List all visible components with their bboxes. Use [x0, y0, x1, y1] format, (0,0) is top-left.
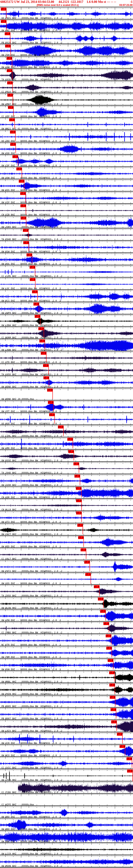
pick-flag[interactable]: xT 4	[49, 413, 55, 416]
pick-flag[interactable]: xT 4	[34, 303, 39, 306]
trace-row-12[interactable]: xT 4 UW OSD EHZ -- 99999.0km BW HIGHPASS…	[0, 142, 133, 154]
trace-row-29[interactable]: xT 4 CC STD BHZ -- 99999.0km BW HIGHPASS…	[0, 351, 133, 363]
trace-row-39[interactable]: xT 4 UW SVOH EHZ -- 99999.0km BW HIGHPAS…	[0, 474, 133, 486]
pick-flag[interactable]: xT 4	[20, 192, 26, 195]
pick-flag[interactable]: xT 4	[106, 634, 111, 638]
pick-flag[interactable]: xT 4	[74, 462, 79, 465]
trace-row-46[interactable]: xT 4 UW PAT2 EHZ -- 99999.0km BW HIGHPAS…	[0, 560, 133, 572]
pick-flag[interactable]: xT 4	[85, 573, 91, 576]
trace-row-40[interactable]: xT 4 CN GDR EHZ -- 99999.0km BW HIGHPASS…	[0, 486, 133, 498]
pick-flag[interactable]: xT 4	[30, 278, 35, 281]
pick-flag[interactable]: xT 4	[7, 94, 13, 97]
pick-flag[interactable]: xT 4	[78, 536, 84, 539]
pick-flag[interactable]: xT 4	[109, 671, 115, 674]
pick-flag[interactable]: xT 4	[110, 696, 115, 699]
trace-row-15[interactable]: xT 4 UW KOS EHZ -- 99999.0km BW HIGHPASS…	[0, 179, 133, 191]
trace-row-30[interactable]: xT 4 TA G05D BHZ -- 99999.0km BW HIGHPAS…	[0, 363, 133, 375]
trace-row-4[interactable]: xT 4 UW TDH EHZ -- 99999.0km BW HIGHPASS…	[0, 43, 133, 56]
trace-row-56[interactable]: xT 4 UW PHIN HHZ -- 99999.0km BW HIGHPAS…	[0, 683, 133, 695]
trace-row-66[interactable]: UW BRO EHZ -- 99999.0km BW HIGHPASS 2.0 …	[0, 806, 133, 818]
pick-flag[interactable]: xT 4	[76, 499, 82, 502]
pick-flag[interactable]: xT 4	[111, 720, 117, 723]
pick-flag[interactable]: xT 4	[75, 474, 80, 477]
pick-flag[interactable]: xT 4	[100, 610, 106, 613]
trace-row-64[interactable]: CC TCBU BHZ -- 99999.0km BW HIGHPASS 2.0…	[0, 781, 133, 793]
trace-row-6[interactable]: xT 4 TA G03D BHZ -- 99999.0km BW HIGHPAS…	[0, 68, 133, 81]
trace-row-70[interactable]: UW MOON EHZ -- 99999.0km BW HIGHPASS 2.0…	[0, 855, 133, 867]
trace-row-62[interactable]: xT 4 CC SVIC EHZ -- 99999.0km BW HIGHPAS…	[0, 756, 133, 769]
trace-row-44[interactable]: xT 4 UW RED EHZ -- 99999.0km BW HIGHPASS…	[0, 535, 133, 548]
pick-flag[interactable]: xT 4	[68, 450, 74, 453]
pick-flag[interactable]: xT 4	[84, 561, 90, 564]
trace-row-34[interactable]: xT 4 UO HUO EHZ -- 99999.0km BW HIGHPASS…	[0, 412, 133, 425]
pick-flag[interactable]: xT 4	[103, 622, 109, 625]
trace-row-55[interactable]: xT 4 UW MRBL HHZ -- 99999.0km BW HIGHPAS…	[0, 670, 133, 683]
trace-row-23[interactable]: xT 4 UW LOC EHZ -- 99999.0km BW HIGHPASS…	[0, 277, 133, 289]
pick-flag[interactable]: xT 4	[12, 155, 18, 158]
trace-row-22[interactable]: xT 4 CC CLMS EHZ -- 99999.0km BW HIGHPAS…	[0, 265, 133, 277]
pick-flag[interactable]: xT 4	[10, 143, 16, 146]
pick-flag[interactable]: xT 4	[98, 597, 103, 600]
pick-flag[interactable]: xT 4	[76, 487, 81, 490]
trace-row-19[interactable]: xT 4 TA E04D BHZ -- 99999.0km BW HIGHPAS…	[0, 228, 133, 240]
trace-row-25[interactable]: xT 4 UW UWFH EHZ -- 99999.0km BW HIGHPAS…	[0, 302, 133, 314]
trace-row-27[interactable]: xT 4 CC NORM BHZ -- 99999.0km BW HIGHPAS…	[0, 326, 133, 339]
trace-row-8[interactable]: xT 4 UW UMAT HHZ -- 99999.0km BW HIGHPAS…	[0, 93, 133, 105]
trace-row-35[interactable]: xT 4 CC CIHL BHZ -- 99999.0km BW HIGHPAS…	[0, 425, 133, 437]
pick-flag[interactable]: xT 4	[39, 339, 45, 342]
trace-row-65[interactable]: CC WIFE BHZ -- 99999.0km	[0, 793, 133, 806]
pick-flag[interactable]: xT 4	[76, 512, 82, 515]
trace-row-31[interactable]: xT 4 UW BEND EHZ -- 99999.0km BW HIGHPAS…	[0, 375, 133, 388]
pick-flag[interactable]: xT 4	[5, 32, 10, 35]
trace-row-13[interactable]: xT 4 UW CDF EHZ -- 99999.0km BW HIGHPASS…	[0, 154, 133, 166]
pick-flag[interactable]: xT 4	[81, 548, 86, 551]
pick-flag[interactable]: xT 4	[67, 438, 73, 441]
pick-flag[interactable]: xT 4	[110, 708, 116, 711]
pick-flag[interactable]: xT 4	[35, 315, 40, 318]
trace-row-32[interactable]: xT 4 UW BEND EHZ 20 99999.0km	[0, 388, 133, 400]
pick-flag[interactable]: xT 4	[20, 204, 26, 207]
pick-flag[interactable]: xT 4	[94, 585, 99, 588]
trace-row-2[interactable]: xT 4 UW ON2 EHZ -- 99999.0km BW HIGHPASS…	[0, 19, 133, 31]
pick-flag[interactable]: xT 4	[43, 376, 49, 379]
pick-flag[interactable]: xT 4	[1, 20, 6, 23]
pick-flag[interactable]: xT 4	[8, 106, 13, 109]
trace-row-38[interactable]: xT 4 TA J04D BHZ -- 99999.0km BW HIGHPAS…	[0, 461, 133, 474]
pick-flag[interactable]: xT 4	[108, 659, 113, 662]
pick-flag[interactable]: xT 4	[27, 253, 32, 256]
trace-row-67[interactable]: UW BRO EHZ -- 99999.0km BW HIGHPASS 2.0 …	[0, 818, 133, 830]
trace-row-42[interactable]: xT 4 UW OT3 EHZ -- 99999.0km BW HIGHPASS…	[0, 510, 133, 523]
pick-flag[interactable]: xT 4	[47, 389, 53, 392]
trace-row-33[interactable]: xT 4 UW YPT EHZ -- 99999.0km BW HIGHPASS…	[0, 400, 133, 412]
trace-row-21[interactable]: xT 4 UW HOG EHZ -- 99999.0km BW HIGHPASS…	[0, 252, 133, 265]
trace-row-20[interactable]: xT 4 UW RSW EHZ -- 99999.0km BW HIGHPASS…	[0, 240, 133, 252]
pick-flag[interactable]: xT 4	[10, 130, 15, 133]
trace-row-61[interactable]: xT 4 UW NCO EHZ -- 99999.0km BW HIGHPASS…	[0, 744, 133, 756]
trace-row-69[interactable]: UW LCCR HHZ -- 99999.0km BW HIGHPASS 2.0…	[0, 842, 133, 855]
trace-row-24[interactable]: xT 4 UW RCS EHZ -- 99999.0km BW HIGHPASS…	[0, 289, 133, 302]
trace-row-54[interactable]: xT 4 UW RVW EHZ -- 99999.0km BW HIGHPASS…	[0, 658, 133, 670]
trace-row-3[interactable]: xT 4 PB B926 EHZ -- 99999.0km BW HIGHPAS…	[0, 31, 133, 43]
pick-flag[interactable]: xT 4	[7, 69, 12, 72]
trace-row-1[interactable]: xT 4 UO FRIS EHZ -- 99999.0km BW HIGHPAS…	[0, 7, 133, 19]
trace-row-14[interactable]: xT 4 UW OOW EHZ -- 99999.0km BW HIGHPASS…	[0, 166, 133, 179]
trace-row-28[interactable]: xT 4 UW LKWW EHZ -- 99999.0km BW HIGHPAS…	[0, 339, 133, 351]
trace-row-63[interactable]: xT 4 UW STOR HHZ -- 99999.0km BW HIGHPAS…	[0, 769, 133, 781]
trace-row-41[interactable]: xT 4 CN NLLB BHZ -- 99999.0km BW HIGHPAS…	[0, 498, 133, 510]
trace-row-58[interactable]: xT 4 PB B007 EHZ -- 99999.0km BW HIGHPAS…	[0, 707, 133, 719]
pick-flag[interactable]: xT 4	[23, 229, 28, 232]
trace-row-60[interactable]: xT 4 UW VCR EHZ -- 99999.0km BW HIGHPASS…	[0, 732, 133, 744]
trace-row-53[interactable]: xT 4 UW TBM EHZ -- 99999.0km BW HIGHPASS…	[0, 646, 133, 658]
trace-row-45[interactable]: xT 4 CC VALT BHZ -- 99999.0km BW HIGHPAS…	[0, 548, 133, 560]
pick-flag[interactable]: xT 4	[117, 733, 122, 736]
trace-row-18[interactable]: xT 4 UW JORV EHZ -- 99999.0km BW HIGHPAS…	[0, 216, 133, 228]
trace-row-5[interactable]: xT 4 UW GHW EHZ -- 99999.0km BW HIGHPASS…	[0, 56, 133, 68]
pick-flag[interactable]: xT 4	[48, 401, 53, 404]
pick-flag[interactable]: xT 4	[127, 757, 132, 760]
pick-flag[interactable]: xT 4	[6, 57, 12, 60]
pick-flag[interactable]: xT 4	[1, 7, 6, 11]
trace-row-10[interactable]: xT 4 UW NN21 EHZ 01 99999.0km BW HIGHPAS…	[0, 117, 133, 130]
pick-flag[interactable]: xT 4	[109, 683, 115, 686]
trace-row-26[interactable]: xT 4 UW LEBA HHZ -- 99999.0km BW HIGHPAS…	[0, 314, 133, 326]
pick-flag[interactable]: xT 4	[16, 167, 22, 170]
